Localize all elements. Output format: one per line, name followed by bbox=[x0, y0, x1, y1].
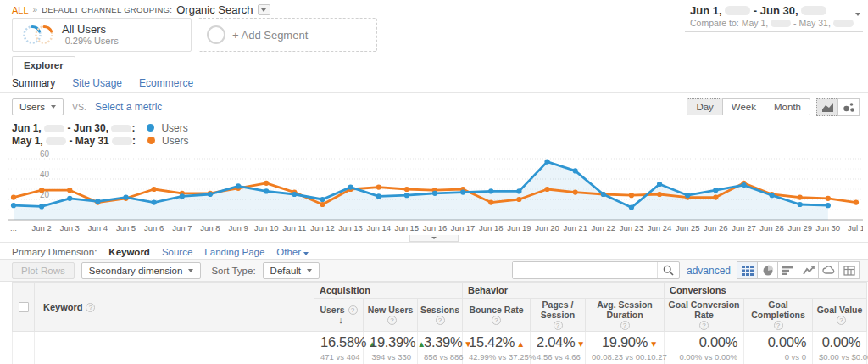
dimension-landing-page[interactable]: Landing Page bbox=[204, 247, 264, 257]
column-header-pages-session[interactable]: Pages / Session bbox=[531, 299, 586, 332]
redacted-year bbox=[112, 137, 132, 145]
compare-label: Compare to: bbox=[690, 18, 739, 28]
add-segment-label: + Add Segment bbox=[232, 29, 308, 42]
breadcrumb-all-link[interactable]: ALL bbox=[12, 5, 29, 15]
column-header-goal-value[interactable]: Goal Value bbox=[813, 299, 867, 332]
help-icon[interactable] bbox=[387, 316, 397, 325]
subnav-ecommerce[interactable]: Ecommerce bbox=[139, 77, 193, 88]
help-icon[interactable] bbox=[554, 321, 563, 330]
add-segment-button[interactable]: + Add Segment bbox=[198, 18, 377, 52]
table-search-input[interactable] bbox=[513, 262, 657, 278]
date-range-start: Jun 1, bbox=[690, 4, 722, 17]
help-icon[interactable] bbox=[837, 316, 846, 325]
comparison-view-button[interactable] bbox=[798, 261, 819, 279]
help-icon[interactable] bbox=[348, 305, 358, 315]
column-header-new-users[interactable]: New Users bbox=[364, 299, 418, 332]
help-icon[interactable] bbox=[774, 321, 783, 330]
help-icon[interactable] bbox=[620, 321, 630, 330]
performance-view-button[interactable] bbox=[777, 261, 798, 279]
column-header-goal-completions[interactable]: Goal Completions bbox=[744, 299, 813, 332]
svg-text:Jun 19: Jun 19 bbox=[507, 223, 531, 232]
dimension-source[interactable]: Source bbox=[162, 247, 192, 257]
svg-text:Jun 8: Jun 8 bbox=[200, 223, 220, 232]
totals-pages-session: 2.04%▼ 4.56 vs 4.66 bbox=[531, 332, 586, 364]
chevron-down-icon bbox=[307, 269, 312, 272]
help-icon[interactable] bbox=[86, 303, 95, 312]
chevron-down-icon bbox=[188, 269, 193, 272]
trend-down-icon: ▼ bbox=[576, 339, 585, 349]
primary-dimension-bar: Primary Dimension: Keyword Source Landin… bbox=[0, 243, 868, 259]
granularity-day-button[interactable]: Day bbox=[687, 98, 722, 115]
pivot-view-button[interactable] bbox=[838, 261, 860, 279]
redacted-year bbox=[725, 6, 750, 15]
group-header-acquisition: Acquisition bbox=[314, 283, 463, 299]
advanced-search-link[interactable]: advanced bbox=[687, 265, 731, 277]
dimension-other-dropdown[interactable]: Other bbox=[276, 247, 309, 257]
svg-text:Jun 3: Jun 3 bbox=[60, 223, 80, 232]
tab-explorer[interactable]: Explorer bbox=[12, 56, 75, 76]
traffic-chart[interactable]: 204060...Jun 2Jun 3Jun 4Jun 5Jun 6Jun 7J… bbox=[8, 148, 866, 235]
svg-text:Jun 30: Jun 30 bbox=[816, 223, 841, 232]
redacted-year bbox=[111, 125, 131, 132]
legend-range-2: May 1, - May 31 : bbox=[12, 135, 136, 147]
svg-text:Jun 17: Jun 17 bbox=[451, 223, 476, 232]
table-view-toggle bbox=[737, 261, 860, 279]
primary-dimension-label: Primary Dimension: bbox=[12, 247, 97, 257]
svg-text:Jun 16: Jun 16 bbox=[423, 223, 448, 232]
svg-text:Jun 23: Jun 23 bbox=[620, 223, 644, 232]
column-header-avg-session-duration[interactable]: Avg. Session Duration bbox=[586, 299, 665, 332]
help-icon[interactable] bbox=[436, 316, 445, 325]
column-header-bounce-rate[interactable]: Bounce Rate bbox=[463, 299, 531, 332]
totals-goal-completions: 0.00% 0 vs 0 bbox=[744, 332, 813, 364]
sort-descending-icon bbox=[338, 315, 343, 325]
column-header-sessions[interactable]: Sessions bbox=[418, 299, 463, 332]
date-range-end: - Jun 30, bbox=[754, 4, 798, 17]
help-icon[interactable] bbox=[492, 316, 501, 325]
chevron-down-icon bbox=[51, 105, 56, 109]
data-view-button[interactable] bbox=[737, 261, 758, 279]
granularity-week-button[interactable]: Week bbox=[722, 98, 765, 115]
metric-select-dropdown[interactable]: Users bbox=[12, 98, 64, 115]
line-chart-view-button[interactable] bbox=[816, 98, 838, 116]
sort-type-dropdown[interactable]: Default bbox=[263, 262, 320, 279]
motion-chart-icon bbox=[843, 102, 855, 113]
help-icon[interactable] bbox=[699, 321, 709, 330]
group-header-behavior: Behavior bbox=[463, 283, 665, 299]
term-cloud-view-button[interactable] bbox=[818, 261, 839, 279]
select-all-checkbox[interactable] bbox=[19, 302, 29, 312]
segment-delta: -0.29% Users bbox=[62, 36, 119, 47]
granularity-month-button[interactable]: Month bbox=[765, 98, 810, 115]
redacted-year bbox=[46, 137, 66, 145]
svg-text:Jun 27: Jun 27 bbox=[732, 223, 756, 232]
column-header-users[interactable]: Users bbox=[314, 299, 364, 332]
channel-grouping-dropdown-button[interactable] bbox=[258, 4, 270, 15]
secondary-dimension-dropdown[interactable]: Secondary dimension bbox=[81, 262, 202, 279]
column-header-goal-conversion-rate[interactable]: Goal Conversion Rate bbox=[665, 299, 744, 332]
select-a-metric-link[interactable]: Select a metric bbox=[95, 101, 162, 113]
segment-donut-icon bbox=[21, 24, 55, 46]
search-icon bbox=[663, 265, 674, 276]
redacted-year bbox=[801, 6, 826, 15]
breadcrumb-separator: » bbox=[33, 5, 38, 14]
granularity-toggle: Day Week Month bbox=[687, 98, 810, 115]
plot-rows-button[interactable]: Plot Rows bbox=[12, 262, 75, 279]
totals-new-users: 19.39%▲ 394 vs 330 bbox=[364, 332, 418, 364]
keyword-column-header[interactable]: Keyword bbox=[35, 283, 314, 332]
subnav-site-usage[interactable]: Site Usage bbox=[72, 77, 122, 88]
chart-legend: Jun 1, - Jun 30, : Users May 1, - May 31… bbox=[0, 120, 868, 147]
segment-title: All Users bbox=[62, 23, 119, 36]
motion-chart-view-button[interactable] bbox=[837, 98, 860, 116]
line-chart-icon bbox=[821, 102, 834, 113]
series-orange-dot-icon bbox=[147, 137, 155, 144]
chart-collapse-handle[interactable] bbox=[409, 235, 459, 242]
segment-all-users[interactable]: All Users -0.29% Users bbox=[12, 18, 192, 52]
svg-text:Jun 28: Jun 28 bbox=[760, 223, 784, 232]
dimension-keyword[interactable]: Keyword bbox=[108, 247, 150, 257]
date-range-selector[interactable]: Jun 1, - Jun 30, Compare to: May 1, - Ma… bbox=[685, 3, 863, 32]
search-button[interactable] bbox=[657, 262, 679, 278]
pie-chart-icon bbox=[762, 265, 774, 277]
percentage-view-button[interactable] bbox=[757, 261, 778, 279]
svg-text:Jun 15: Jun 15 bbox=[395, 223, 420, 232]
subnav-summary[interactable]: Summary bbox=[12, 77, 55, 88]
table-search bbox=[512, 261, 680, 279]
